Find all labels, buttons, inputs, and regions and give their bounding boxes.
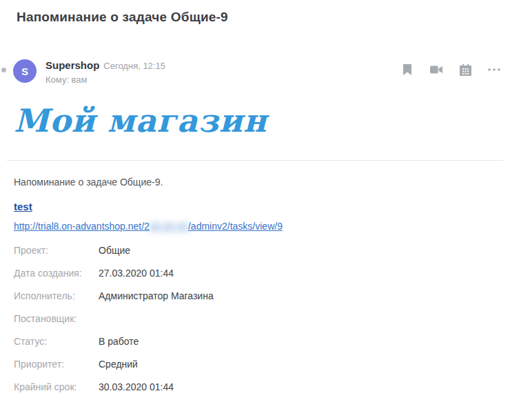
field-row-project: Проект: Общие: [14, 239, 400, 261]
field-value: Средний: [99, 359, 138, 370]
field-row-deadline: Крайний срок: 30.03.2020 01:44: [14, 375, 400, 398]
message-toolbar: [401, 63, 500, 76]
email-body-text: Напоминание о задаче Общие-9.: [14, 177, 163, 188]
calendar-icon[interactable]: [459, 63, 471, 76]
task-url-link[interactable]: http://trial8.on-advantshop.net/200-00-0…: [14, 221, 283, 232]
email-view: Напоминание о задаче Общие-9 S Supershop…: [0, 0, 510, 420]
recipient-line: Кому: вам: [45, 74, 88, 85]
task-url-masked-segment: 00-00-00: [150, 221, 188, 232]
field-label: Исполнитель:: [14, 290, 99, 301]
field-row-reporter: Постановщик:: [14, 307, 400, 330]
field-value: В работе: [99, 336, 139, 347]
field-label: Проект:: [14, 245, 99, 256]
field-label: Постановщик:: [14, 313, 99, 324]
avatar-letter: S: [21, 66, 28, 77]
field-value: 30.03.2020 01:44: [99, 381, 174, 392]
sender-line: SupershopСегодня, 12:15: [45, 59, 165, 72]
field-value: Общие: [99, 245, 130, 256]
field-row-status: Статус: В работе: [14, 330, 400, 352]
field-label: Статус:: [14, 336, 99, 347]
more-options-icon[interactable]: [488, 63, 500, 76]
sender-avatar[interactable]: S: [13, 59, 37, 83]
field-label: Дата создания:: [14, 268, 99, 279]
unread-dot: [1, 68, 6, 72]
task-url-prefix: http://trial8.on-advantshop.net/2: [14, 221, 150, 232]
task-title-link[interactable]: test: [14, 201, 32, 212]
bookmark-icon[interactable]: [401, 63, 414, 76]
email-subject: Напоминание о задаче Общие-9: [17, 10, 228, 25]
shop-logo-heading: Мой магазин: [14, 102, 267, 139]
task-url-suffix: /adminv2/tasks/view/9: [188, 221, 283, 232]
field-value: 27.03.2020 01:44: [99, 268, 174, 279]
task-fields-table: Проект: Общие Дата создания: 27.03.2020 …: [14, 239, 400, 398]
field-value: Администратор Магазина: [99, 290, 214, 301]
field-row-assignee: Исполнитель: Администратор Магазина: [14, 284, 400, 307]
field-row-priority: Приоритет: Средний: [14, 352, 400, 375]
video-call-icon[interactable]: [430, 63, 442, 76]
content-divider: [7, 160, 503, 161]
field-label: Крайний срок:: [14, 381, 99, 392]
sent-time: Сегодня, 12:15: [103, 61, 165, 71]
field-label: Приоритет:: [14, 359, 99, 370]
field-row-created: Дата создания: 27.03.2020 01:44: [14, 261, 400, 284]
sender-name[interactable]: Supershop: [45, 59, 99, 71]
